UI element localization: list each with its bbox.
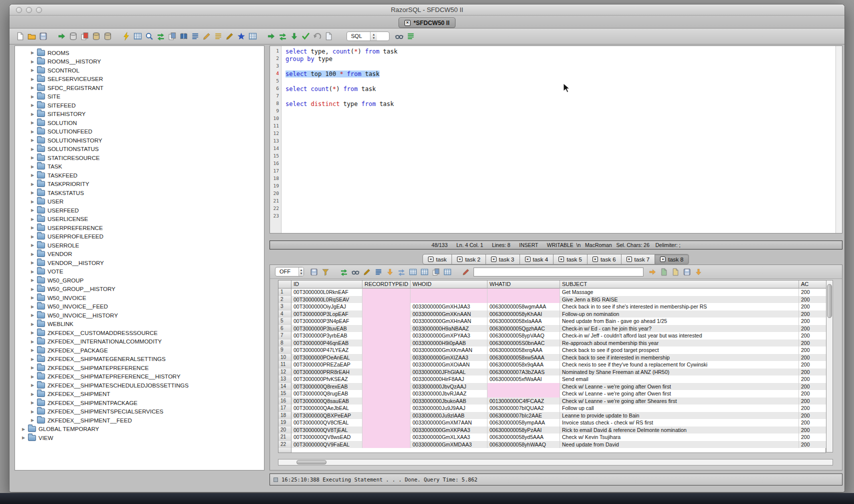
result-tab[interactable]: ×task 3 [486,254,520,264]
sql-editor[interactable]: 1234567891011121314151617181920212223 se… [270,46,842,234]
expand-arrow-icon[interactable]: ▶ [29,287,36,292]
column-header-ac[interactable]: AC [799,280,826,288]
expand-arrow-icon[interactable]: ▶ [29,296,36,300]
row-list-icon[interactable] [406,32,416,41]
tree-item[interactable]: ▶TASKFEED [15,171,264,180]
result-tab[interactable]: ×task 8 [654,254,689,264]
update-rows-icon[interactable] [396,267,406,276]
table-row[interactable]: 200T3000000L0RqSEAVGive Jenn a BIG RAISE… [278,296,826,304]
tree-item[interactable]: ▶ZKFEDEX__SHIPMENT [15,390,264,399]
tree-item[interactable]: ▶ZKFEDEX__PACKAGE [15,346,264,355]
table-favorites-icon[interactable] [248,32,258,41]
column-header-whatid[interactable]: WHATID [488,280,560,288]
result-tab[interactable]: ×task 4 [520,254,554,264]
tree-item[interactable]: ▶SELFSERVICEUSER [15,75,264,84]
tree-item[interactable]: ▶VENDOR [15,250,264,259]
close-tab-icon[interactable]: × [491,256,496,262]
tree-item[interactable]: ▶SFDC_REGISTRANT [15,84,264,92]
tree-item[interactable]: ▶USERFEED [15,206,264,215]
tree-item[interactable]: ▶SOLUTION [15,118,264,128]
expand-arrow-icon[interactable]: ▶ [29,313,36,318]
export-results-icon[interactable] [659,267,668,276]
save-grid-icon[interactable] [682,267,692,276]
format-sql-icon[interactable] [214,32,223,41]
tree-item[interactable]: ▶SITEHISTORY [15,110,264,119]
connect-icon[interactable] [57,32,66,41]
expand-arrow-icon[interactable]: ▶ [29,392,36,396]
expand-arrow-icon[interactable]: ▶ [20,436,27,440]
expand-arrow-icon[interactable]: ▶ [29,208,36,212]
title-bar[interactable]: RazorSQL - SFDCW50 II [10,4,844,16]
expand-arrow-icon[interactable]: ▶ [29,260,36,265]
tree-item[interactable]: ▶SOLUTIONFEED [15,128,264,136]
expand-arrow-icon[interactable]: ▶ [29,190,36,195]
tree-item[interactable]: ▶WEBLINK [15,320,264,329]
insert-row-icon[interactable] [385,267,394,276]
expand-arrow-icon[interactable]: ▶ [29,164,36,169]
tree-item[interactable]: ▶USERLICENSE [15,215,264,224]
close-tab-icon[interactable]: × [558,256,564,262]
open-file-icon[interactable] [27,32,36,41]
search-next-icon[interactable] [648,267,657,276]
table-row[interactable]: 700T3000000P3yrbEAB0033000000GmXPYAA3006… [278,332,826,340]
tree-item[interactable]: ▶W50_GROUP__HISTORY [15,285,264,294]
expand-arrow-icon[interactable]: ▶ [29,383,36,388]
sql-history-icon[interactable] [179,32,188,41]
database-object-tree[interactable]: ▶ROOMS▶ROOMS__HISTORY▶SCONTROL▶SELFSERVI… [14,46,264,470]
copy-results-icon[interactable] [168,32,177,41]
highlight-pen-icon[interactable] [461,267,470,276]
tree-item[interactable]: ▶W50_INVOICE [15,294,264,302]
close-tab-icon[interactable]: × [592,256,598,262]
expand-arrow-icon[interactable]: ▶ [29,348,36,352]
expand-arrow-icon[interactable]: ▶ [29,86,36,90]
tree-item[interactable]: ▶ZKFEDEX__SHIPMATEPREFERENCE__HISTORY [15,372,264,382]
result-tab[interactable]: ×task 6 [587,254,622,264]
export-database-icon[interactable] [92,32,101,41]
expand-arrow-icon[interactable]: ▶ [29,173,36,178]
form-view-icon[interactable] [420,267,429,276]
grid-view-icon[interactable] [408,267,418,276]
expand-arrow-icon[interactable]: ▶ [29,138,36,142]
expand-arrow-icon[interactable]: ▶ [29,68,36,72]
save-results-icon[interactable] [309,267,318,276]
expand-arrow-icon[interactable]: ▶ [29,120,36,125]
expand-arrow-icon[interactable]: ▶ [29,340,36,344]
column-tree-icon[interactable] [374,267,383,276]
copy-selection-icon[interactable] [431,267,440,276]
tree-item[interactable]: ▶VENDOR__HISTORY [15,258,264,268]
editor-vertical-scrollbar[interactable] [836,46,842,233]
tree-item[interactable]: ▶ZKFEDEX__SHIPMENTPACKAGE [15,398,264,408]
tree-item[interactable]: ▶STATICRESOURCE [15,154,264,162]
expand-arrow-icon[interactable]: ▶ [29,400,36,405]
column-header-recordtypeid[interactable]: RECORDTYPEID [362,280,410,288]
table-row[interactable]: 400T3000000P3LopEAF0033000000GmXKnAAN006… [278,310,826,318]
tree-item[interactable]: ▶TASK [15,162,264,172]
tree-item[interactable]: ▶ZKFEDEX__SHIPMENTSPECIALSERVICES [15,408,264,416]
copy-grid-icon[interactable] [442,267,452,276]
statement-type-select[interactable]: SQL ▲▼ [346,32,390,41]
tree-item[interactable]: ▶W50_INVOICE__FEED [15,302,264,312]
table-row[interactable]: 100T3000000L0RknEAFGet Massage200 [278,288,826,296]
query-results-icon[interactable] [133,32,142,41]
expand-arrow-icon[interactable]: ▶ [29,50,36,55]
column-list-icon[interactable] [190,32,200,41]
result-tab[interactable]: ×task 5 [553,254,588,264]
close-document-icon[interactable]: × [404,20,410,26]
switch-connection-icon[interactable] [278,32,288,41]
notepad-icon[interactable] [670,267,680,276]
new-file-icon[interactable] [16,32,25,41]
table-row[interactable]: 1700T3000000QAeJbEAL0033000000Ju9J9AAJ00… [278,404,826,412]
result-tab[interactable]: ×task 7 [621,254,656,264]
grid-horizontal-scrollbar[interactable] [278,459,833,466]
tree-item[interactable]: ▶SITEFEED [15,101,264,110]
expand-arrow-icon[interactable]: ▶ [29,357,36,362]
preview-glasses-icon[interactable] [394,32,404,41]
tree-item[interactable]: ▶ZKFEDEX__CUSTOMADDRESSSOURCE [15,328,264,338]
expand-arrow-icon[interactable]: ▶ [20,427,27,432]
table-search-icon[interactable] [144,32,154,41]
edit-sql-icon[interactable] [225,32,234,41]
refresh-results-icon[interactable] [339,267,348,276]
expand-arrow-icon[interactable]: ▶ [29,217,36,222]
tree-item[interactable]: ▶ROOMS__HISTORY [15,58,264,66]
commit-check-icon[interactable] [301,32,310,41]
